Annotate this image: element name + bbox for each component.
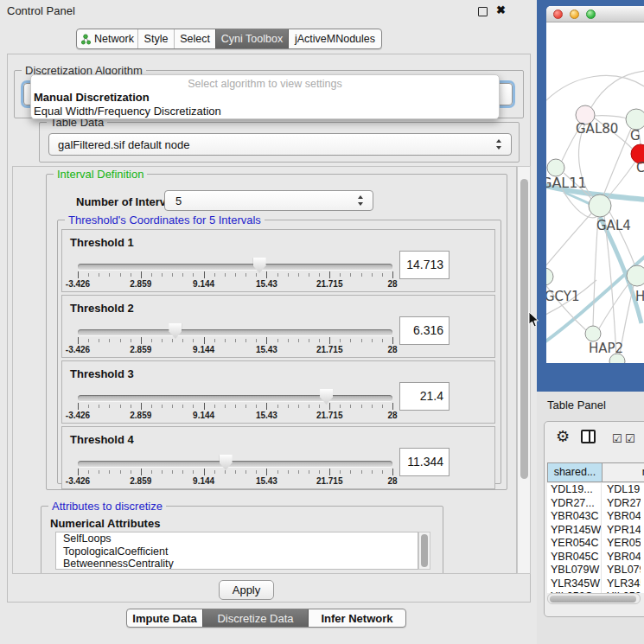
- tab-infer-network[interactable]: Infer Network: [308, 609, 405, 627]
- tick-labels: -3.4262.8599.14415.4321.71528: [78, 279, 392, 290]
- network-canvas[interactable]: GAL80 G GAL11 C GAL4 GCY1 H HAP2: [546, 22, 644, 363]
- tab-select[interactable]: Select: [174, 29, 215, 48]
- tick-label: 2.859: [130, 279, 151, 289]
- close-traffic-light-icon[interactable]: [553, 10, 563, 19]
- panel-scrollbar[interactable]: [517, 166, 531, 574]
- tick-label: -3.426: [66, 279, 90, 289]
- network-node[interactable]: [626, 109, 644, 130]
- h-scrollbar[interactable]: [547, 593, 641, 604]
- network-graph: GAL80 G GAL11 C GAL4 GCY1 H HAP2: [546, 22, 644, 363]
- attribute-item[interactable]: SelfLoops: [56, 532, 418, 545]
- threshold-value-field[interactable]: 21.4: [399, 382, 450, 411]
- threshold-value-field[interactable]: 11.344: [399, 448, 450, 476]
- cell-shared-name[interactable]: YPR145W: [547, 524, 601, 538]
- node-label: G: [630, 128, 641, 143]
- dropdown-option-equal-width[interactable]: Equal Width/Frequency Discretization: [31, 105, 499, 118]
- num-intervals-combo[interactable]: 5: [164, 190, 373, 211]
- table-body[interactable]: YDL19...YDL19...YDR27...YDR27...YBR043CY…: [547, 483, 644, 593]
- table-row[interactable]: YDL19...YDL19...: [547, 483, 644, 497]
- select-columns-icon[interactable]: ☑: [612, 432, 622, 445]
- cell-name[interactable]: YLR345W: [601, 577, 641, 591]
- table-panel-title: Table Panel: [547, 399, 606, 411]
- attributes-list-scrollbar[interactable]: [418, 532, 430, 570]
- zoom-traffic-light-icon[interactable]: [586, 10, 596, 19]
- node-label: GCY1: [546, 289, 580, 304]
- table-row[interactable]: YDR27...YDR27...: [547, 497, 644, 511]
- cell-name[interactable]: YBR043C: [601, 510, 641, 524]
- gear-icon[interactable]: ⚙: [556, 427, 570, 446]
- close-icon[interactable]: ✖: [496, 3, 506, 16]
- slider-track[interactable]: [78, 395, 392, 401]
- tab-impute-data[interactable]: Impute Data: [127, 609, 202, 627]
- network-node[interactable]: [627, 265, 644, 286]
- tick-label: 15.43: [256, 476, 277, 486]
- minimize-traffic-light-icon[interactable]: [570, 10, 579, 19]
- cell-shared-name[interactable]: YBL079W: [547, 564, 601, 577]
- cell-name[interactable]: YDR27...: [601, 497, 641, 511]
- slider-track[interactable]: [78, 329, 392, 335]
- cell-shared-name[interactable]: YBR045C: [547, 551, 601, 564]
- cell-name[interactable]: YPR145W: [601, 524, 641, 538]
- panel-scrollbar-thumb[interactable]: [520, 179, 528, 479]
- table-row[interactable]: YBR045CYBR045C: [547, 551, 644, 564]
- apply-button[interactable]: Apply: [219, 580, 274, 600]
- cell-shared-name[interactable]: YDL19...: [547, 483, 601, 497]
- table-row[interactable]: YPR145WYPR145W: [547, 524, 644, 538]
- tab-network[interactable]: Network: [77, 29, 137, 48]
- table-row[interactable]: YBL079WYBL079W: [547, 564, 644, 577]
- cell-shared-name[interactable]: YDR27...: [547, 497, 601, 511]
- threshold-value-field[interactable]: 6.316: [399, 316, 450, 345]
- network-node[interactable]: [589, 194, 611, 217]
- network-node[interactable]: [585, 326, 601, 341]
- cell-shared-name[interactable]: YBR043C: [547, 510, 601, 524]
- attributes-list[interactable]: SelfLoopsTopologicalCoefficientBetweenne…: [55, 532, 418, 570]
- cell-name[interactable]: YBL079W: [601, 564, 641, 577]
- tick-label: 21.715: [316, 411, 343, 420]
- content-scrollpane: Interval Definition Number of Intervals …: [12, 166, 517, 574]
- tab-label: Style: [144, 33, 169, 45]
- tab-discretize-data[interactable]: Discretize Data: [202, 609, 308, 627]
- column-header-name[interactable]: name: [602, 462, 644, 482]
- cell-shared-name[interactable]: YLR345W: [547, 577, 601, 591]
- table-row[interactable]: YER054CYER054C: [547, 537, 644, 551]
- tab-label: Discretize Data: [217, 612, 293, 625]
- split-view-icon[interactable]: [581, 430, 596, 443]
- network-node[interactable]: [547, 159, 564, 176]
- tab-jactivemnodules[interactable]: jActiveMNodules: [288, 29, 381, 48]
- tick-labels: -3.4262.8599.14415.4321.71528: [78, 411, 392, 421]
- control-panel-titlebar: Control Panel ✖: [0, 0, 537, 21]
- control-panel: Control Panel ✖ Network Style Select: [0, 0, 537, 644]
- slider-track[interactable]: [78, 264, 392, 270]
- attribute-item[interactable]: BetweennessCentrality: [56, 558, 418, 570]
- node-label: HAP2: [589, 341, 623, 356]
- cell-name[interactable]: YBR045C: [601, 551, 641, 564]
- threshold-label: Threshold 3: [70, 367, 134, 380]
- threshold-value-field[interactable]: 14.713: [399, 251, 450, 279]
- tab-cyni-toolbox[interactable]: Cyni Toolbox: [215, 29, 288, 48]
- table-row[interactable]: YLR345WYLR345W: [547, 577, 644, 591]
- node-label: GAL80: [576, 121, 618, 137]
- threshold-label: Threshold 1: [70, 236, 134, 249]
- tick-label: 28: [387, 279, 397, 289]
- attribute-item[interactable]: TopologicalCoefficient: [56, 545, 418, 558]
- network-node[interactable]: [546, 268, 553, 285]
- tab-label: Cyni Toolbox: [221, 33, 283, 45]
- cell-name[interactable]: YDL19...: [601, 483, 641, 497]
- float-window-icon[interactable]: [478, 7, 488, 16]
- window-titlebar[interactable]: [546, 6, 644, 22]
- table-row[interactable]: YBR043CYBR043C: [547, 510, 644, 524]
- slider: -3.4262.8599.14415.4321.71528: [78, 387, 392, 422]
- tick-label: 2.859: [130, 476, 151, 486]
- column-header-shared-name[interactable]: shared...: [547, 462, 603, 482]
- threshold-panel-1: Threshold 1 -3.4262.8599.14415.4321.7152…: [61, 229, 495, 292]
- dropdown-option-manual[interactable]: Manual Discretization: [31, 91, 499, 105]
- h-scrollbar-thumb[interactable]: [550, 596, 636, 603]
- bottom-tab-bar: Impute Data Discretize Data Infer Networ…: [126, 609, 406, 628]
- tab-style[interactable]: Style: [137, 29, 174, 48]
- slider-track[interactable]: [78, 461, 392, 467]
- table-data-combo[interactable]: galFiltered.sif default node: [48, 133, 512, 156]
- select-all-icon[interactable]: ☑: [625, 432, 635, 445]
- cell-name[interactable]: YER054C: [601, 537, 641, 551]
- cell-shared-name[interactable]: YER054C: [547, 537, 601, 551]
- tick-label: 2.859: [130, 345, 151, 354]
